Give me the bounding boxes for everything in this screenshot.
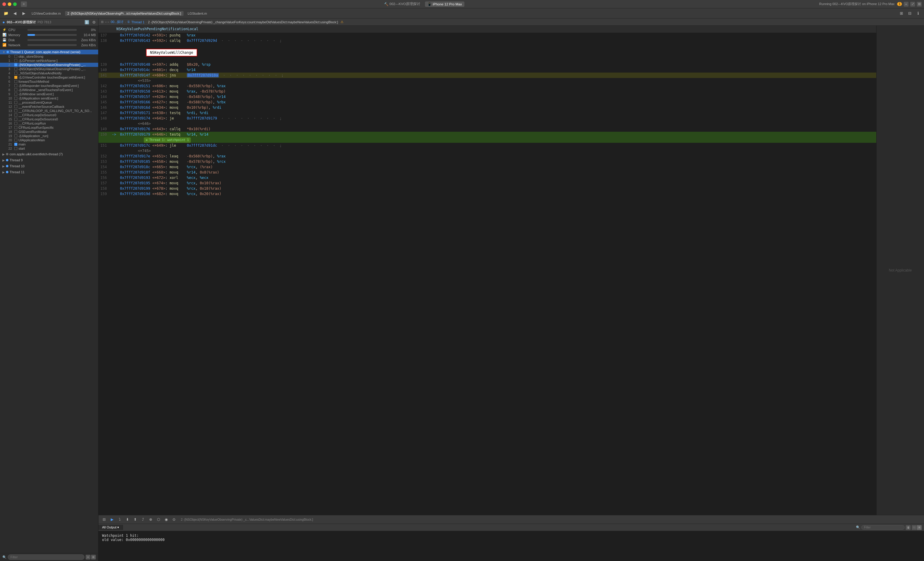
thread9-header[interactable]: ▶ Thread 9 [0,158,98,162]
inspector-button[interactable]: ℹ [915,10,922,17]
frame-3[interactable]: 3 -[NSObject(NSKeyValueObservingPrivate)… [0,67,98,71]
debug-step-over-button[interactable]: ⤵ [116,516,123,523]
file-tab-lgstudent[interactable]: LGStudent.m [185,11,210,16]
process-icon: ● [2,20,5,24]
frame-14-icon [14,114,17,116]
line-arrow-157 [110,180,118,186]
output-filter-input[interactable] [861,525,904,529]
line-arrow-139 [110,62,118,67]
frame-9[interactable]: 9 -[UIWindow sendEvent:] [0,92,98,96]
forward-button[interactable]: ▶ [20,10,27,17]
line-content-155: 0x7fff207d918f <+668>: movq %r14, 0x8(%r… [118,170,876,175]
debug-continue-button[interactable]: ▶ [109,516,115,523]
frame-3-label: -[NSObject(NSKeyValueObservingPrivate) _… [18,67,86,71]
eventfetch-thread-header[interactable]: ▶ com.apple.uikit.eventfetch-thread (7) [0,152,98,156]
debug-breadcrumb: 2 -[NSObject(NSKeyValueObservingPrivate)… [181,518,313,521]
frame-19[interactable]: 19 -[UIApplication _run] [0,134,98,138]
maximize-button[interactable] [13,2,17,6]
frame-11[interactable]: 11 __processEventQueue [0,100,98,105]
toolbar: 📁 ◀ ▶ LGViewController.m 2 -[NSObject(NS… [0,8,924,18]
eventfetch-dot [6,153,8,155]
frame-20[interactable]: 20 UIApplicationMain [0,138,98,142]
frame-13[interactable]: 13 __CFRUNLOOP_IS_CALLING_OUT_TO_A_SO... [0,109,98,113]
titlebar-tab-device[interactable]: 📱 iPhone 12 Pro Max [425,2,464,7]
code-area[interactable]: NSKeyValuePushPendingNotificationLocal 1… [99,26,876,515]
breadcrumb-project[interactable]: 00...探讨 [111,20,123,24]
frame-21[interactable]: 21 main [0,142,98,146]
thread10-group: ▶ Thread 10 [0,163,98,169]
frame-10-label: -[UIApplication sendEvent:] [18,96,58,100]
filter-option-2[interactable]: ⊞ [91,555,96,559]
frame-2[interactable]: 2 -[NSObject(NSKeyValueObservingPrivate)… [0,63,98,67]
close-button[interactable] [2,2,6,6]
frame-14-num: 14 [8,113,12,117]
line-content-138: 0x7fff207d9143 <+592>: callq 0x7fff207d9… [118,38,876,43]
debug-jump-button[interactable]: ⤴ [140,516,146,523]
sidebar-filter: 🔍 ≡ ⊞ [0,553,98,561]
frame-15[interactable]: 15 __CFRunLoopDoSources0 [0,117,98,121]
line-content-151: 0x7fff207d917c <+649>: jle 0x7fff207d91d… [118,143,876,148]
add-tab-button[interactable]: + [904,2,909,7]
titlebar-tab-project[interactable]: 🔨 002---KVO原理探讨 [382,1,423,7]
frame-13-num: 13 [8,109,12,113]
thread10-header[interactable]: ▶ Thread 10 [0,164,98,168]
frame-4[interactable]: 4 _NSSetObjectValueAndNotify [0,71,98,75]
frame-1[interactable]: 1 -[LGPerson setNickName:] [0,59,98,63]
frame-14[interactable]: 14 __CFRunLoopDoSource0 [0,113,98,117]
output-layout-2-button[interactable]: ⊞ [917,525,922,530]
line-arrow-143 [110,89,118,94]
frame-7-icon [14,84,17,87]
output-tab-all[interactable]: All Output ▾ [99,525,123,530]
debug-step-out-button[interactable]: ⬆ [132,516,138,523]
frame-22[interactable]: 22 start [0,146,98,150]
folder-button[interactable]: 📁 [2,10,9,17]
debug-view-button[interactable]: ⬡ [155,516,162,523]
output-layout-1-button[interactable]: □ [912,525,916,530]
back-button[interactable]: ◀ [11,10,18,17]
frame-18[interactable]: 18 GSEventRunModal [0,129,98,134]
split-button[interactable]: ⊟ [906,10,913,17]
debug-step-into-button[interactable]: ⬇ [124,516,131,523]
thread1-header[interactable]: ▼ Thread 1 Queue: com.apple.main-thread … [0,50,98,54]
frame-7[interactable]: 7 -[UIResponder touchesBegan:withEvent:] [0,84,98,88]
filter-option-1[interactable]: ≡ [86,555,90,559]
file-tab-lgviewcontroller[interactable]: LGViewController.m [29,11,63,16]
frame-8[interactable]: 8 -[UIWindow _sendTouchesForEvent:] [0,88,98,92]
debug-toggle-button[interactable]: ⊟ [101,516,108,523]
file-tab-nsobject[interactable]: 2 -[NSObject(NSKeyValueObservingPr...ict… [65,11,183,16]
debug-simulate-button[interactable]: ⊙ [171,516,177,523]
settings-icon[interactable]: ⚙ [92,20,96,24]
sidebar-toggle-button[interactable]: ≡ [21,2,27,7]
grid-button[interactable]: ⊞ [898,10,905,17]
frame-6[interactable]: 6 forwardTouchMethod [0,80,98,84]
line-num-153: 153 [99,159,110,164]
frame-0[interactable]: 0 objc_storeStrong [0,54,98,59]
not-applicable-label: Not Applicable [889,268,912,272]
frame-17[interactable]: 17 CFRunLoopRunSpecific [0,125,98,129]
code-line-143: 143 0x7fff207d9158 <+613>: movq %rax, -0… [99,89,876,94]
info-icon[interactable]: ℹ️ [84,20,89,24]
line-num-535-sub [99,78,110,83]
expand-arrow-thread9: ▶ [2,159,5,162]
layout-button[interactable]: ⊞ [917,2,922,7]
frame-16[interactable]: 16 __CFRunLoopRun [0,121,98,125]
frame-17-num: 17 [8,126,12,129]
minimize-button[interactable] [8,2,11,6]
frame-5[interactable]: 5 -[LGViewController touchesBegan:withEv… [0,75,98,80]
thread11-header[interactable]: ▶ Thread 11 [0,170,98,174]
debug-frame-button[interactable]: ⊕ [147,516,154,523]
code-line-158: 158 0x7fff207d9199 <+678>: movq %rcx, 0x… [99,186,876,191]
breadcrumb-thread1[interactable]: Thread 1 [131,20,144,24]
code-line-154: 154 0x7fff207d918c <+665>: movq %rcx, (%… [99,164,876,170]
filter-input[interactable] [8,554,84,560]
expand-button[interactable]: ⤢ [910,2,915,7]
debug-memory-button[interactable]: ◉ [163,516,170,523]
frame-10[interactable]: 10 -[UIApplication sendEvent:] [0,96,98,100]
line-num-148: 148 [99,116,110,121]
line-arrow-138 [110,38,118,43]
frame-12[interactable]: 12 __eventFetcherSourceCallback [0,105,98,109]
frame-16-label: __CFRunLoopRun [18,122,46,125]
breadcrumb-arrow-1: › [125,20,126,24]
thread1-label: Thread 1 Queue: com.apple.main-thread (s… [10,50,80,54]
output-trash-button[interactable]: 🗑 [906,525,910,530]
